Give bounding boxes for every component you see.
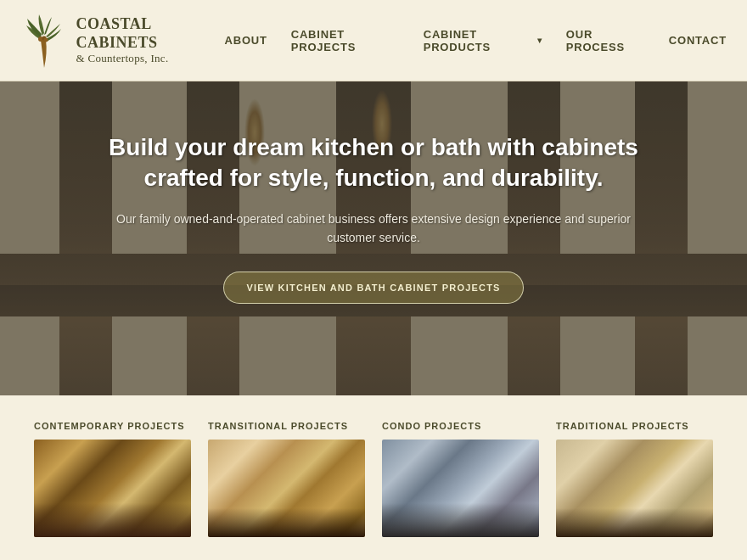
nav-contact[interactable]: CONTACT — [669, 34, 727, 47]
nav-cabinet-products[interactable]: CABINET PRODUCTS ▾ — [424, 28, 542, 53]
project-item-contemporary[interactable]: CONTEMPORARY PROJECTS — [34, 421, 191, 537]
projects-section: CONTEMPORARY PROJECTS TRANSITIONAL PROJE… — [0, 395, 747, 554]
project-item-traditional[interactable]: TRADITIONAL PROJECTS — [556, 421, 713, 537]
project-thumb-contemporary[interactable] — [34, 440, 191, 537]
svg-point-2 — [43, 37, 48, 42]
project-image-transitional — [208, 440, 365, 537]
project-item-transitional[interactable]: TRANSITIONAL PROJECTS — [208, 421, 365, 537]
site-header: Coastal Cabinets & Countertops, Inc. ABO… — [0, 0, 747, 81]
project-thumb-condo[interactable] — [382, 440, 539, 537]
project-image-traditional — [556, 440, 713, 537]
project-title-traditional: TRADITIONAL PROJECTS — [556, 421, 713, 431]
project-thumb-transitional[interactable] — [208, 440, 365, 537]
logo-area[interactable]: Coastal Cabinets & Countertops, Inc. — [20, 8, 225, 72]
project-item-condo[interactable]: CONDO PROJECTS — [382, 421, 539, 537]
logo-text: Coastal Cabinets & Countertops, Inc. — [76, 15, 225, 65]
nav-our-process[interactable]: OUR PROCESS — [566, 28, 645, 53]
nav-cabinet-projects[interactable]: CABINET PROJECTS — [291, 28, 400, 53]
project-image-condo — [382, 440, 539, 537]
nav-about[interactable]: ABOUT — [225, 34, 267, 47]
logo-icon — [20, 8, 68, 72]
main-nav: ABOUT CABINET PROJECTS CABINET PRODUCTS … — [225, 28, 727, 53]
project-title-contemporary: CONTEMPORARY PROJECTS — [34, 421, 191, 431]
hero-section: Build your dream kitchen or bath with ca… — [0, 81, 747, 395]
project-image-contemporary — [34, 440, 191, 537]
hero-subtext: Our family owned-and-operated cabinet bu… — [102, 210, 645, 248]
project-thumb-traditional[interactable] — [556, 440, 713, 537]
brand-name-line2: & Countertops, Inc. — [76, 52, 225, 65]
hero-content: Build your dream kitchen or bath with ca… — [0, 81, 747, 304]
hero-cta-button[interactable]: VIEW KITCHEN AND BATH CABINET PROJECTS — [223, 272, 523, 304]
chevron-down-icon: ▾ — [537, 36, 542, 45]
project-title-condo: CONDO PROJECTS — [382, 421, 539, 431]
project-title-transitional: TRANSITIONAL PROJECTS — [208, 421, 365, 431]
hero-headline: Build your dream kitchen or bath with ca… — [102, 132, 645, 194]
brand-name-line1: Coastal Cabinets — [76, 15, 225, 52]
projects-grid: CONTEMPORARY PROJECTS TRANSITIONAL PROJE… — [34, 421, 713, 537]
